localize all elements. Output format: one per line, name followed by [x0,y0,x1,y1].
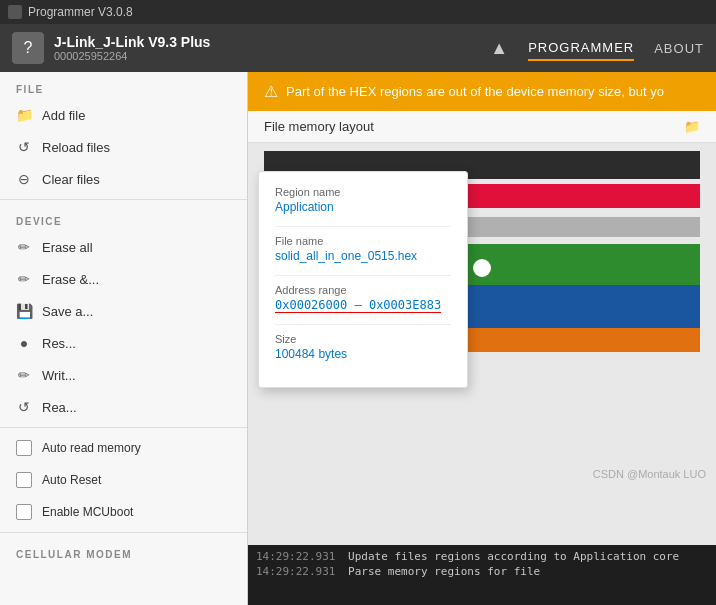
clear-icon: ⊖ [16,171,32,187]
sidebar: FILE 📁 Add file ↺ Reload files ⊖ Clear f… [0,72,248,605]
log-text-1: Update files regions according to Applic… [348,550,679,563]
log-area: 14:29:22.931 Update files regions accord… [248,545,716,605]
log-time-2: 14:29:22.931 [256,565,335,578]
reload-icon: ↺ [16,139,32,155]
popup-region-label: Region name [275,186,451,198]
popup-address: Address range 0x00026000 — 0x0003E883 [275,284,451,312]
mcuboot-toggle[interactable]: Enable MCUboot [0,496,247,528]
folder-icon: 📁 [684,119,700,134]
auto-reset-checkbox[interactable] [16,472,32,488]
auto-read-checkbox[interactable] [16,440,32,456]
popup-card: Region name Application File name solid_… [258,171,468,388]
circle-indicator [473,259,491,277]
popup-address-label: Address range [275,284,451,296]
main-layout: FILE 📁 Add file ↺ Reload files ⊖ Clear f… [0,72,716,605]
popup-divider-2 [275,275,451,276]
save-icon: 💾 [16,303,32,319]
device-name: J-Link_J-Link V9.3 Plus [54,34,470,50]
log-line-1: 14:29:22.931 Update files regions accord… [256,549,708,564]
erase-all-button[interactable]: ✏ Erase all [0,231,247,263]
address-underline: 0x00026000 — 0x0003E883 [275,298,441,313]
divider-1 [0,199,247,200]
read-icon: ↺ [16,399,32,415]
mcuboot-checkbox[interactable] [16,504,32,520]
content-area: ⚠ Part of the HEX regions are out of the… [248,72,716,605]
tab-programmer[interactable]: PROGRAMMER [528,36,634,61]
divider-3 [0,532,247,533]
write-icon: ✏ [16,367,32,383]
cellular-section-label: CELLULAR MODEM [0,537,247,564]
device-sub: 000025952264 [54,50,470,62]
header-bar: ? J-Link_J-Link V9.3 Plus 000025952264 ▲… [0,24,716,72]
clear-files-button[interactable]: ⊖ Clear files [0,163,247,195]
popup-divider-3 [275,324,451,325]
save-button[interactable]: 💾 Save a... [0,295,247,327]
popup-file-label: File name [275,235,451,247]
memory-layout-header: File memory layout 📁 [248,111,716,143]
warning-text: Part of the HEX regions are out of the d… [286,84,664,99]
popup-size: Size 100484 bytes [275,333,451,361]
read-button[interactable]: ↺ Rea... [0,391,247,423]
device-info: J-Link_J-Link V9.3 Plus 000025952264 [54,34,470,62]
device-icon: ? [12,32,44,64]
reset-icon: ● [16,335,32,351]
nav-tabs: ▲ PROGRAMMER ABOUT [490,36,704,61]
log-time-1: 14:29:22.931 [256,550,335,563]
popup-file: File name solid_all_in_one_0515.hex [275,235,451,263]
popup-file-value: solid_all_in_one_0515.hex [275,249,451,263]
erase-all-icon: ✏ [16,239,32,255]
write-button[interactable]: ✏ Writ... [0,359,247,391]
add-file-button[interactable]: 📁 Add file [0,99,247,131]
device-section-label: DEVICE [0,204,247,231]
log-text-2: Parse memory regions for file [348,565,540,578]
title-bar: Programmer V3.0.8 [0,0,716,24]
popup-region: Region name Application [275,186,451,214]
auto-read-toggle[interactable]: Auto read memory [0,432,247,464]
erase-and-button[interactable]: ✏ Erase &... [0,263,247,295]
tab-about[interactable]: ABOUT [654,37,704,60]
auto-reset-toggle[interactable]: Auto Reset [0,464,247,496]
popup-size-label: Size [275,333,451,345]
file-section-label: FILE [0,72,247,99]
reload-files-button[interactable]: ↺ Reload files [0,131,247,163]
memory-layout-title: File memory layout [264,119,374,134]
log-line-2: 14:29:22.931 Parse memory regions for fi… [256,564,708,579]
warning-banner: ⚠ Part of the HEX regions are out of the… [248,72,716,111]
watermark-text: CSDN @Montauk LUO [593,468,706,480]
add-file-icon: 📁 [16,107,32,123]
app-icon [8,5,22,19]
warning-icon: ⚠ [264,82,278,101]
popup-size-value: 100484 bytes [275,347,451,361]
popup-address-value: 0x00026000 — 0x0003E883 [275,298,451,312]
title-text: Programmer V3.0.8 [28,5,133,19]
divider-2 [0,427,247,428]
popup-divider-1 [275,226,451,227]
erase-and-icon: ✏ [16,271,32,287]
popup-region-value: Application [275,200,451,214]
reset-button[interactable]: ● Res... [0,327,247,359]
upload-arrow-icon: ▲ [490,38,508,59]
memory-layout-container: File memory layout 📁 [248,111,716,545]
